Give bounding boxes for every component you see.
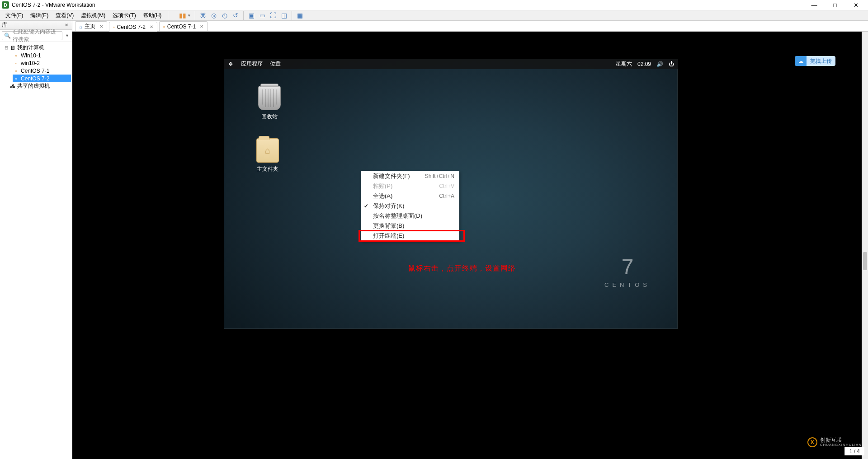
tab-centos-7-2[interactable]: ▫ CentOS 7-2 ✕ — [109, 22, 157, 32]
guest-desktop[interactable]: ❖ 应用程序 位置 星期六 02:09 🔊 ⏻ 回收站 — [224, 59, 678, 329]
revert-icon[interactable]: ↺ — [230, 10, 241, 20]
menu-help[interactable]: 帮助(H) — [140, 11, 165, 20]
tab-label: CentOS 7-2 — [117, 24, 146, 30]
cm-label: 更换背景(B) — [373, 222, 404, 230]
menu-edit[interactable]: 编辑(E) — [27, 11, 52, 20]
cm-select-all[interactable]: 全选(A)Ctrl+A — [361, 191, 459, 201]
watermark-icon: X — [807, 437, 817, 447]
window-title: CentOS 7-2 - VMware Workstation — [12, 2, 95, 8]
app-icon: D — [2, 1, 9, 9]
cm-label: 全选(A) — [373, 192, 392, 200]
scrollbar-thumb[interactable] — [863, 252, 867, 270]
home-glyph-icon: ⌂ — [257, 139, 278, 162]
vm-icon: ▫ — [13, 60, 20, 66]
menu-file[interactable]: 文件(F) — [2, 11, 27, 20]
separator — [168, 11, 168, 19]
pause-icon[interactable]: ▮▮ — [177, 10, 188, 20]
seamless-icon[interactable]: ◫ — [278, 10, 289, 20]
vm-icon: ▫ — [163, 24, 165, 29]
close-icon[interactable]: ✕ — [200, 24, 203, 29]
tree-root-shared-vms[interactable]: 🖧 共享的虚拟机 — [1, 82, 71, 90]
tree-label: CentOS 7-2 — [21, 75, 49, 82]
desktop-icon-trash[interactable]: 回收站 — [249, 86, 290, 121]
search-input[interactable]: 🔍 在此处键入内容进行搜索 — [2, 31, 62, 40]
cm-paste: 粘贴(P)Ctrl+V — [361, 181, 459, 191]
cm-new-folder[interactable]: 新建文件夹(F)Shift+Ctrl+N — [361, 171, 459, 181]
cm-organize-by-name[interactable]: 按名称整理桌面(D) — [361, 211, 459, 221]
watermark: X 创新互联 CHUANGXINHULIAN — [807, 437, 862, 447]
close-icon[interactable]: ✕ — [150, 24, 153, 29]
separator — [243, 11, 244, 20]
close-icon[interactable]: ✕ — [99, 24, 103, 29]
tab-label: 主页 — [85, 23, 95, 30]
vm-icon: ▫ — [13, 52, 20, 59]
vm-viewport[interactable]: ☁ 拖拽上传 ❖ 应用程序 位置 星期六 02:09 🔊 — [72, 32, 868, 459]
cm-keep-aligned[interactable]: 保持对齐(K) — [361, 201, 459, 211]
icon-label: 回收站 — [249, 113, 290, 121]
tree-item-centos-7-2[interactable]: ▫CentOS 7-2 — [13, 75, 71, 82]
search-placeholder: 在此处键入内容进行搜索 — [13, 28, 60, 43]
sidebar-close-icon[interactable]: ✕ — [63, 23, 70, 28]
toolbar: ▮▮▼ ⌘ ◎ ◷ ↺ ▣ ▭ ⛶ ◫ ▦ — [177, 10, 305, 20]
tree-label: 我的计算机 — [17, 44, 44, 52]
menu-bar: 文件(F) 编辑(E) 查看(V) 虚拟机(M) 选项卡(T) 帮助(H) ▮▮… — [0, 10, 868, 21]
close-button[interactable]: ✕ — [845, 0, 866, 10]
maximize-button[interactable]: □ — [825, 0, 845, 10]
fullscreen-icon[interactable]: ⛶ — [268, 10, 278, 20]
console-view-icon[interactable]: ▣ — [246, 10, 257, 20]
unity-icon[interactable]: ▭ — [257, 10, 268, 20]
page-indicator: 1 / 4 — [844, 447, 864, 455]
library-icon[interactable]: ▦ — [294, 10, 305, 20]
vm-tree: ⊟ 🖥 我的计算机 ▫Win10-1 ▫win10-2 ▫CentOS 7-1 … — [0, 42, 72, 92]
snapshot-manager-icon[interactable]: ◷ — [219, 10, 230, 20]
menu-tabs[interactable]: 选项卡(T) — [109, 11, 139, 20]
cm-change-background[interactable]: 更换背景(B) — [361, 221, 459, 231]
cm-label: 新建文件夹(F) — [373, 172, 410, 180]
vertical-scrollbar[interactable] — [862, 32, 868, 459]
annotation-text: 鼠标右击，点开终端，设置网络 — [408, 264, 516, 273]
separator — [195, 11, 195, 20]
upload-badge[interactable]: ☁ 拖拽上传 — [795, 56, 835, 66]
minimize-button[interactable]: — — [804, 0, 825, 10]
folder-icon: ⌂ — [256, 138, 279, 163]
tab-bar: ⌂ 主页 ✕ ▫ CentOS 7-2 ✕ ▫ CentOS 7-1 ✕ — [72, 21, 868, 32]
tree-item-centos-7-1[interactable]: ▫CentOS 7-1 — [13, 67, 71, 75]
snapshot-icon[interactable]: ◎ — [208, 10, 219, 20]
badge-label: 拖拽上传 — [807, 56, 835, 66]
guest-menu-apps[interactable]: 应用程序 — [241, 60, 263, 68]
search-icon: 🔍 — [4, 33, 11, 39]
home-icon: ⌂ — [79, 24, 82, 29]
activities-icon[interactable]: ❖ — [227, 61, 234, 67]
send-ctrl-alt-del-icon[interactable]: ⌘ — [198, 10, 208, 20]
vm-icon: ▫ — [13, 75, 20, 82]
collapse-icon[interactable]: ⊟ — [4, 45, 9, 50]
cm-label: 打开终端(E) — [373, 232, 404, 240]
guest-topbar: ❖ 应用程序 位置 星期六 02:09 🔊 ⏻ — [224, 59, 678, 69]
tree-item-win10-2[interactable]: ▫win10-2 — [13, 59, 71, 67]
cm-label: 粘贴(P) — [373, 182, 392, 190]
tree-item-win10-1[interactable]: ▫Win10-1 — [13, 52, 71, 59]
menu-view[interactable]: 查看(V) — [52, 11, 77, 20]
cm-label: 保持对齐(K) — [373, 202, 404, 210]
tab-centos-7-1[interactable]: ▫ CentOS 7-1 ✕ — [159, 21, 208, 31]
vm-icon: ▫ — [113, 24, 115, 30]
menu-vm[interactable]: 虚拟机(M) — [77, 11, 109, 20]
cm-shortcut: Ctrl+V — [439, 183, 454, 189]
window-titlebar: D CentOS 7-2 - VMware Workstation — □ ✕ — [0, 0, 868, 10]
desktop-icon-home[interactable]: ⌂ 主文件夹 — [247, 138, 288, 173]
search-dropdown-icon[interactable]: ▼ — [64, 33, 70, 38]
guest-time: 02:09 — [637, 61, 651, 67]
centos-word: CENTOS — [604, 281, 651, 288]
sidebar-title: 库 — [2, 21, 7, 29]
tab-label: CentOS 7-1 — [167, 23, 196, 30]
cloud-icon: ☁ — [795, 56, 807, 66]
dropdown-icon[interactable]: ▼ — [187, 14, 191, 18]
guest-menu-places[interactable]: 位置 — [270, 60, 281, 68]
cm-open-terminal[interactable]: 打开终端(E) — [361, 231, 459, 241]
separator — [292, 11, 292, 20]
computer-icon: 🖥 — [9, 45, 16, 51]
tab-home[interactable]: ⌂ 主页 ✕ — [75, 21, 107, 31]
tree-root-my-computer[interactable]: ⊟ 🖥 我的计算机 — [1, 44, 71, 52]
power-icon[interactable]: ⏻ — [669, 61, 674, 67]
volume-icon[interactable]: 🔊 — [656, 61, 663, 67]
